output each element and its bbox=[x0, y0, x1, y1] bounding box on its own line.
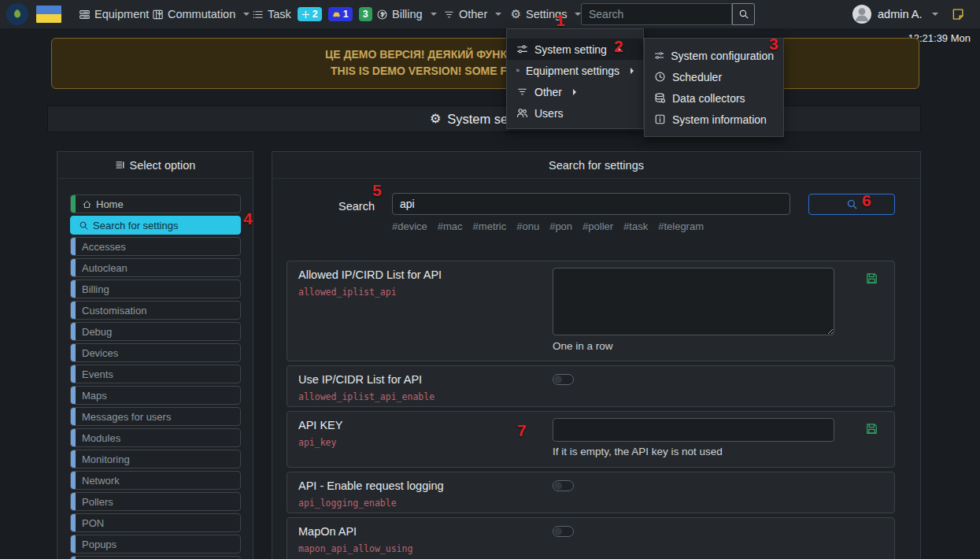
save-icon[interactable] bbox=[865, 272, 878, 285]
sidebar-item-devices[interactable]: Devices bbox=[70, 343, 241, 362]
annotation-5: 5 bbox=[372, 182, 382, 198]
ukraine-flag-icon[interactable] bbox=[36, 6, 61, 23]
task-badge[interactable]: 1 bbox=[328, 7, 353, 21]
sidebar-item-search[interactable]: Search bbox=[70, 556, 241, 559]
menu-item-equipment-settings[interactable]: Equipment settings bbox=[507, 60, 643, 81]
setting-row-allowed-iplist-api-enable: Use IP/CIDR List for APIallowed_iplist_a… bbox=[287, 365, 895, 407]
badge-value: 1 bbox=[343, 9, 349, 20]
search-tag[interactable]: #device bbox=[392, 220, 427, 232]
leaf-logo-icon bbox=[10, 7, 24, 21]
demo-banner: ЦЕ ДЕМО ВЕРСІЯ! ДЕЯКИЙ ФУНК THIS IS DEMO… bbox=[51, 38, 919, 89]
badge-value: 2 bbox=[312, 9, 318, 20]
sidebar-item-billing[interactable]: Billing bbox=[70, 280, 241, 298]
sidebar-item-modules[interactable]: Modules bbox=[70, 428, 241, 447]
search-tags: #device#mac#metric#onu#pon#poller#task#t… bbox=[392, 220, 704, 232]
sidebar-item-events[interactable]: Events bbox=[70, 365, 241, 383]
sidebar-item-label: PON bbox=[82, 517, 104, 529]
equipment-icon bbox=[516, 65, 520, 76]
setting-title: API - Enable request logging bbox=[298, 479, 444, 492]
task-badge[interactable]: 2 bbox=[298, 7, 322, 21]
search-tag[interactable]: #mac bbox=[438, 220, 463, 232]
setting-title: Use IP/CIDR List for API bbox=[298, 373, 422, 386]
setting-key: allowed_iplist_api bbox=[298, 287, 397, 298]
navbar-search-input[interactable] bbox=[581, 3, 732, 25]
nav-menu-commutation[interactable]: Commutation bbox=[152, 0, 250, 28]
menu-item-users[interactable]: Users bbox=[507, 102, 643, 124]
nav-menu-settings[interactable]: ⚙Settings bbox=[510, 0, 581, 28]
settings-search-input[interactable] bbox=[392, 193, 790, 215]
app-logo[interactable] bbox=[6, 3, 28, 25]
setting-toggle-api-logging-enable[interactable] bbox=[553, 480, 574, 491]
sidebar-item-autoclean[interactable]: Autoclean bbox=[70, 258, 241, 277]
page-title: ⚙ System settings bbox=[47, 106, 921, 132]
sidebar-item-accesses[interactable]: Accesses bbox=[70, 237, 241, 256]
search-tag[interactable]: #task bbox=[623, 220, 648, 232]
submenu-item-system-configuration[interactable]: System configuration bbox=[645, 45, 783, 66]
sidebar-item-debug[interactable]: Debug bbox=[70, 322, 241, 341]
sidebar-item-maps[interactable]: Maps bbox=[70, 386, 241, 405]
sidebar-item-popups[interactable]: Popups bbox=[70, 535, 241, 553]
sidebar-item-label: Home bbox=[96, 198, 124, 210]
menu-item-label: Other bbox=[534, 86, 562, 98]
commutation-icon bbox=[152, 9, 164, 20]
setting-key: api_key bbox=[298, 437, 336, 448]
brand[interactable] bbox=[6, 0, 61, 28]
search-tag[interactable]: #telegram bbox=[658, 220, 704, 232]
sidebar-item-label: Popups bbox=[82, 539, 116, 550]
menu-item-label: Users bbox=[534, 107, 564, 120]
nav-menu-equipment[interactable]: Equipment bbox=[79, 0, 163, 28]
save-icon[interactable] bbox=[865, 422, 878, 435]
sidebar-item-home[interactable]: Home bbox=[70, 194, 241, 213]
sidebar-item-label: Debug bbox=[82, 326, 112, 338]
submenu-item-label: System configuration bbox=[671, 50, 774, 62]
submenu-item-system-information[interactable]: System information bbox=[645, 109, 783, 130]
setting-toggle-mapon-api-allow-using[interactable] bbox=[553, 526, 574, 537]
avatar-icon bbox=[852, 5, 871, 24]
search-icon bbox=[79, 220, 89, 231]
caret-right-icon bbox=[631, 68, 634, 74]
main-header-label: Search for settings bbox=[549, 159, 644, 172]
annotation-2: 2 bbox=[614, 38, 623, 54]
task-badge[interactable]: 3 bbox=[359, 7, 372, 21]
sidebar-item-customisation[interactable]: Customisation bbox=[70, 301, 241, 320]
sidebar-item-messages-for-users[interactable]: Messages for users bbox=[70, 407, 241, 426]
nav-menu-billing[interactable]: Billing bbox=[376, 0, 437, 28]
setting-input-api-key[interactable] bbox=[553, 418, 834, 442]
search-icon bbox=[738, 9, 749, 20]
navbar-search-button[interactable] bbox=[732, 3, 755, 25]
setting-help: One in a row bbox=[553, 340, 613, 352]
nav-menu-label: Other bbox=[459, 8, 487, 20]
settings-search-button[interactable] bbox=[808, 194, 895, 215]
submenu-item-scheduler[interactable]: Scheduler bbox=[645, 66, 783, 87]
submenu-item-label: Data collectors bbox=[672, 92, 745, 105]
sidebar-item-label: Maps bbox=[82, 390, 107, 402]
setting-row-mapon-api-allow-using: MapOn APImapon_api_allow_using bbox=[287, 517, 895, 559]
setting-toggle-allowed-iplist-api-enable[interactable] bbox=[553, 374, 574, 385]
search-tag[interactable]: #onu bbox=[516, 220, 539, 232]
demo-banner-line1: ЦЕ ДЕМО ВЕРСІЯ! ДЕЯКИЙ ФУНК bbox=[52, 46, 507, 63]
menu-item-other[interactable]: Other bbox=[507, 81, 643, 102]
search-tag[interactable]: #metric bbox=[473, 220, 507, 232]
user-menu[interactable]: admin A. bbox=[852, 0, 965, 28]
system-setting-submenu: System configurationSchedulerData collec… bbox=[644, 38, 784, 137]
submenu-item-data-collectors[interactable]: Data collectors bbox=[645, 87, 783, 109]
sidebar-item-pon[interactable]: PON bbox=[70, 513, 241, 532]
sidebar-item-pollers[interactable]: Pollers bbox=[70, 492, 241, 511]
other-icon bbox=[443, 9, 455, 20]
nav-menu-other[interactable]: Other bbox=[443, 0, 501, 28]
setting-row-allowed-iplist-api: Allowed IP/CIRD List for APIallowed_ipli… bbox=[287, 261, 895, 361]
search-tag[interactable]: #poller bbox=[582, 220, 613, 232]
sidebar-item-network[interactable]: Network bbox=[70, 471, 241, 490]
top-navbar: EquipmentCommutationTask213BillingOther⚙… bbox=[0, 0, 980, 28]
nav-menu-task[interactable]: Task213 bbox=[252, 0, 386, 28]
annotation-1: 1 bbox=[556, 12, 565, 28]
caret-right-icon bbox=[573, 89, 576, 95]
sidebar-item-monitoring[interactable]: Monitoring bbox=[70, 450, 241, 468]
user-name: admin A. bbox=[878, 8, 922, 20]
sidebar-item-search-for-settings[interactable]: Search for settings bbox=[70, 216, 241, 235]
note-icon[interactable] bbox=[951, 7, 965, 21]
setting-textarea-allowed-iplist-api[interactable] bbox=[553, 268, 834, 335]
home-icon bbox=[82, 199, 92, 209]
search-tag[interactable]: #pon bbox=[549, 220, 572, 232]
users-icon bbox=[516, 107, 528, 119]
